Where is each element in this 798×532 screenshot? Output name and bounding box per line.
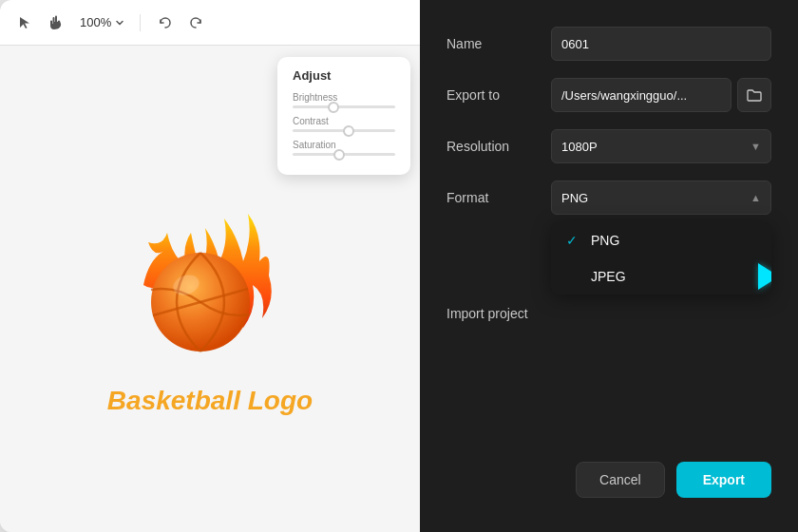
resolution-label: Resolution [446,139,551,154]
import-row: Import project [446,306,771,321]
redo-icon[interactable] [186,13,205,32]
contrast-row: Contrast [293,116,395,132]
dropdown-item-png[interactable]: ✓ PNG [551,222,771,258]
saturation-slider[interactable] [293,153,395,156]
pointer-icon[interactable] [15,13,34,32]
import-label: Import project [446,306,551,321]
export-path-input[interactable] [551,78,732,112]
undo-icon[interactable] [156,13,175,32]
format-dropdown: ✓ PNG JPEG [551,222,771,294]
dropdown-item-jpeg[interactable]: JPEG [551,258,771,294]
right-panel: Name Export to Resolution 1080P ▼ [420,0,798,532]
brightness-slider[interactable] [293,105,395,108]
format-row: Format PNG ▲ [446,180,771,215]
toolbar: 100% [0,0,420,46]
logo-title: Basketball Logo [107,386,313,416]
jpeg-label: JPEG [591,269,626,284]
format-select[interactable]: PNG ▲ [551,180,771,215]
toolbar-divider [140,14,141,31]
cursor-position [758,263,771,290]
brightness-label: Brightness [293,92,395,103]
zoom-value: 100% [80,15,111,29]
name-row: Name [446,27,771,61]
app-container: 100% [0,0,798,532]
zoom-control[interactable]: 100% [80,15,124,29]
adjust-title: Adjust [293,68,395,83]
name-input[interactable] [551,27,771,61]
contrast-label: Contrast [293,116,395,126]
name-label: Name [446,36,551,51]
bottom-buttons: Cancel Export [446,462,771,505]
saturation-thumb[interactable] [333,149,345,161]
adjust-panel: Adjust Brightness Contrast Saturation [277,57,410,175]
brightness-thumb[interactable] [328,102,339,113]
zoom-dropdown-icon [115,18,124,28]
brightness-row: Brightness [293,92,395,108]
export-button[interactable]: Export [676,462,771,498]
cursor-arrow-icon [758,263,771,290]
resolution-dropdown-icon: ▼ [750,141,761,152]
hand-icon[interactable] [46,13,65,32]
contrast-slider[interactable] [293,129,395,132]
folder-browse-button[interactable] [737,78,771,112]
export-to-row: Export to [446,78,771,112]
resolution-row: Resolution 1080P ▼ [446,129,771,163]
contrast-thumb[interactable] [343,125,354,137]
png-check-icon: ✓ [566,233,581,248]
format-value: PNG [561,191,588,205]
export-to-field-group [551,78,771,112]
canvas-area: 100% [0,0,420,532]
saturation-row: Saturation [293,140,395,156]
saturation-label: Saturation [293,140,395,150]
format-label: Format [446,190,551,205]
cancel-button[interactable]: Cancel [576,462,665,498]
resolution-value: 1080P [561,140,598,154]
png-label: PNG [591,233,619,248]
format-dropdown-icon: ▲ [750,192,761,203]
export-to-label: Export to [446,87,551,103]
basketball-logo [105,162,314,370]
resolution-select[interactable]: 1080P ▼ [551,129,771,163]
